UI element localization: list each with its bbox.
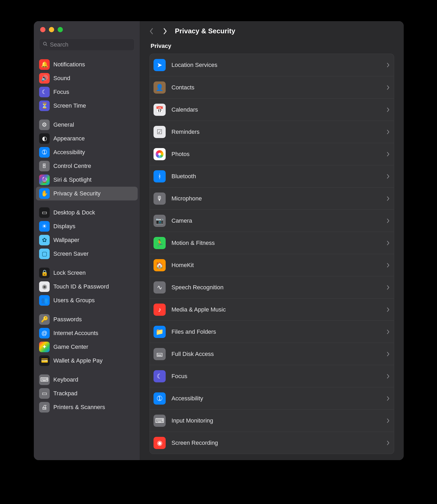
privacy-row-label: Calendars xyxy=(171,106,381,113)
switches-icon: 🎚 xyxy=(39,161,50,171)
sidebar-item-passwords[interactable]: 🔑Passwords xyxy=(36,313,138,326)
sidebar-item-touchid[interactable]: ◉Touch ID & Password xyxy=(36,280,138,294)
contrast-icon: ◐ xyxy=(39,133,50,144)
back-button[interactable] xyxy=(147,27,155,35)
forward-button[interactable] xyxy=(161,27,169,35)
sidebar-item-label: Internet Accounts xyxy=(53,330,98,337)
running-icon: 🏃 xyxy=(154,237,166,249)
titlebar: Privacy & Security xyxy=(140,21,404,40)
sidebar-item-printers[interactable]: 🖨Printers & Scanners xyxy=(36,400,138,414)
sidebar-item-users[interactable]: 👥Users & Groups xyxy=(36,294,138,307)
privacy-row-label: Motion & Fitness xyxy=(171,240,381,246)
dock-icon: ▭ xyxy=(39,207,50,218)
sidebar-item-label: Game Center xyxy=(53,343,88,350)
sidebar-item-focus[interactable]: ☾Focus xyxy=(36,85,138,99)
sidebar-item-label: Screen Saver xyxy=(53,250,89,257)
sidebar-item-appearance[interactable]: ◐Appearance xyxy=(36,132,138,145)
music-icon: ♪ xyxy=(154,304,166,316)
contacts-icon: 👤 xyxy=(154,81,166,94)
sidebar-item-gamecenter[interactable]: ✦Game Center xyxy=(36,340,138,354)
record-icon: ◉ xyxy=(154,437,166,449)
sidebar-item-trackpad[interactable]: ▭Trackpad xyxy=(36,387,138,400)
privacy-row-inputmon[interactable]: ⌨Input Monitoring xyxy=(150,409,394,432)
sidebar-item-label: Displays xyxy=(53,223,75,230)
privacy-row-label: Full Disk Access xyxy=(171,351,381,358)
privacy-row-motion[interactable]: 🏃Motion & Fitness xyxy=(150,232,394,254)
privacy-row-media[interactable]: ♪Media & Apple Music xyxy=(150,298,394,320)
search-input[interactable] xyxy=(50,41,131,48)
home-icon: 🏠 xyxy=(154,259,166,271)
sidebar-item-label: Screen Time xyxy=(53,102,86,109)
sidebar-item-label: Wallet & Apple Pay xyxy=(53,357,103,364)
privacy-row-calendars[interactable]: 📅Calendars xyxy=(150,98,394,121)
privacy-row-photos[interactable]: Photos xyxy=(150,143,394,165)
privacy-row-speech[interactable]: ∿Speech Recognition xyxy=(150,276,394,298)
sidebar-item-general[interactable]: ⚙General xyxy=(36,118,138,132)
privacy-row-bluetooth[interactable]: ᚼBluetooth xyxy=(150,165,394,187)
sidebar-item-label: Control Centre xyxy=(53,163,91,169)
privacy-row-focus2[interactable]: ☾Focus xyxy=(150,365,394,387)
hourglass-icon: ⏳ xyxy=(39,100,50,111)
chevron-right-icon xyxy=(387,374,390,379)
sidebar-item-screentime[interactable]: ⏳Screen Time xyxy=(36,99,138,113)
moon-icon: ☾ xyxy=(154,370,166,382)
sidebar-item-label: Users & Groups xyxy=(53,297,95,304)
chevron-right-icon xyxy=(387,129,390,135)
photos-icon xyxy=(154,148,166,160)
privacy-row-label: Reminders xyxy=(171,129,381,135)
privacy-row-microphone[interactable]: 🎙Microphone xyxy=(150,187,394,209)
sidebar-item-privacy[interactable]: ✋Privacy & Security xyxy=(36,187,138,200)
privacy-row-location[interactable]: ➤Location Services xyxy=(150,54,394,76)
privacy-row-contacts[interactable]: 👤Contacts xyxy=(150,76,394,98)
window-close-button[interactable] xyxy=(40,27,45,32)
privacy-row-reminders[interactable]: ☑Reminders xyxy=(150,121,394,143)
location-icon: ➤ xyxy=(154,59,166,71)
trackpad-icon: ▭ xyxy=(39,388,50,399)
users-icon: 👥 xyxy=(39,295,50,306)
sidebar-item-lockscreen[interactable]: 🔒Lock Screen xyxy=(36,266,138,280)
chevron-right-icon xyxy=(387,263,390,268)
sidebar-item-screensaver[interactable]: ▢Screen Saver xyxy=(36,247,138,261)
content-area[interactable]: Privacy ➤Location Services👤Contacts📅Cale… xyxy=(140,40,404,460)
sidebar-item-notifications[interactable]: 🔔Notifications xyxy=(36,58,138,71)
sidebar-item-sound[interactable]: 🔊Sound xyxy=(36,71,138,85)
window-minimize-button[interactable] xyxy=(49,27,54,32)
sidebar-item-label: Touch ID & Password xyxy=(53,283,109,290)
privacy-row-label: Photos xyxy=(171,151,381,158)
privacy-row-screenrec[interactable]: ◉Screen Recording xyxy=(150,432,394,454)
chevron-right-icon xyxy=(387,218,390,223)
sidebar-item-label: Accessibility xyxy=(53,149,85,156)
sidebar-list[interactable]: 🔔Notifications🔊Sound☾Focus⏳Screen Time⚙G… xyxy=(34,54,140,423)
privacy-row-camera[interactable]: 📷Camera xyxy=(150,209,394,232)
sidebar-item-wallpaper[interactable]: ✿Wallpaper xyxy=(36,233,138,247)
sidebar-item-label: Privacy & Security xyxy=(53,190,101,197)
chevron-right-icon xyxy=(387,440,390,446)
folder-icon: 📁 xyxy=(154,326,166,338)
sidebar-item-internet[interactable]: @Internet Accounts xyxy=(36,326,138,340)
privacy-row-label: Media & Apple Music xyxy=(171,306,381,313)
privacy-row-label: Camera xyxy=(171,217,381,224)
sidebar-item-displays[interactable]: ☀Displays xyxy=(36,219,138,233)
sidebar-item-controlcenter[interactable]: 🎚Control Centre xyxy=(36,159,138,173)
settings-window: 🔔Notifications🔊Sound☾Focus⏳Screen Time⚙G… xyxy=(34,21,404,460)
privacy-row-homekit[interactable]: 🏠HomeKit xyxy=(150,254,394,276)
sidebar-item-keyboard[interactable]: ⌨Keyboard xyxy=(36,373,138,387)
sidebar-item-label: General xyxy=(53,121,74,128)
bell-badge-icon: 🔔 xyxy=(39,59,50,70)
privacy-row-files[interactable]: 📁Files and Folders xyxy=(150,320,394,343)
sun-icon: ☀ xyxy=(39,221,50,232)
chevron-right-icon xyxy=(387,329,390,335)
sidebar-item-accessibility[interactable]: ➀Accessibility xyxy=(36,145,138,159)
sidebar-item-wallet[interactable]: 💳Wallet & Apple Pay xyxy=(36,354,138,368)
chevron-right-icon xyxy=(387,85,390,90)
reminders-icon: ☑ xyxy=(154,126,166,138)
privacy-row-label: Microphone xyxy=(171,195,381,202)
sidebar-item-desktop[interactable]: ▭Desktop & Dock xyxy=(36,206,138,219)
search-field[interactable] xyxy=(39,39,134,51)
sidebar-item-siri[interactable]: 🔮Siri & Spotlight xyxy=(36,173,138,187)
window-zoom-button[interactable] xyxy=(58,27,63,32)
privacy-row-fulldisk[interactable]: 🖴Full Disk Access xyxy=(150,343,394,365)
privacy-row-access2[interactable]: ➀Accessibility xyxy=(150,387,394,409)
chevron-right-icon xyxy=(387,196,390,201)
siri-icon: 🔮 xyxy=(39,175,50,185)
